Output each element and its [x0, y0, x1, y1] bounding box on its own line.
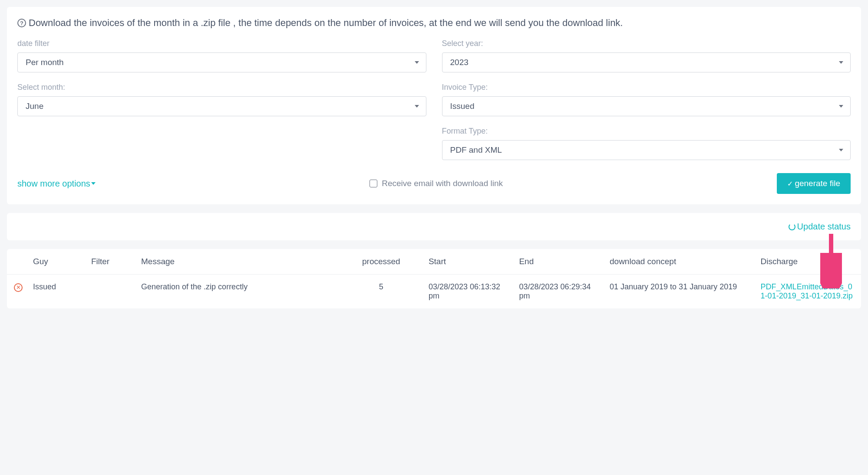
info-row: ? Download the invoices of the month in … [17, 17, 851, 29]
cell-guy: Issued [28, 275, 86, 309]
select-year-value: 2023 [450, 58, 469, 67]
format-type-label: Format Type: [442, 127, 851, 136]
email-checkbox[interactable] [370, 180, 377, 187]
select-year-select[interactable]: 2023 [442, 52, 851, 72]
status-card: Update status [7, 213, 861, 240]
date-filter-value: Per month [26, 58, 64, 67]
format-type-select[interactable]: PDF and XML [442, 140, 851, 160]
show-more-options-link[interactable]: show more options [17, 179, 96, 189]
table-row: ✕ Issued Generation of the .zip correctl… [7, 275, 861, 309]
th-concept: download concept [604, 249, 756, 275]
th-filter: Filter [86, 249, 136, 275]
show-more-label: show more options [17, 179, 90, 189]
select-month-field: Select month: June [17, 83, 426, 116]
cell-end: 03/28/2023 06:29:34 pm [514, 275, 604, 309]
format-type-field: Format Type: PDF and XML [442, 127, 851, 160]
th-start: Start [423, 249, 514, 275]
arrow-annotation-icon [820, 232, 842, 288]
th-blank [7, 249, 28, 275]
select-year-field: Select year: 2023 [442, 39, 851, 72]
refresh-icon [789, 223, 795, 230]
date-filter-label: date filter [17, 39, 426, 48]
update-status-label: Update status [797, 222, 851, 232]
filters-card: ? Download the invoices of the month in … [7, 7, 861, 204]
cell-start: 03/28/2023 06:13:32 pm [423, 275, 514, 309]
select-month-select[interactable]: June [17, 96, 426, 116]
cell-concept: 01 January 2019 to 31 January 2019 [604, 275, 756, 309]
select-year-label: Select year: [442, 39, 851, 48]
date-filter-select[interactable]: Per month [17, 52, 426, 72]
th-end: End [514, 249, 604, 275]
cell-processed: 5 [339, 275, 423, 309]
invoice-type-label: Invoice Type: [442, 83, 851, 92]
th-processed: processed [339, 249, 423, 275]
th-message: Message [136, 249, 339, 275]
info-text: Download the invoices of the month in a … [29, 17, 623, 29]
update-status-link[interactable]: Update status [789, 222, 851, 232]
email-checkbox-wrap[interactable]: Receive email with download link [370, 179, 503, 188]
bottom-row: show more options Receive email with dow… [17, 173, 851, 194]
date-filter-field: date filter Per month [17, 39, 426, 72]
select-month-label: Select month: [17, 83, 426, 92]
downloads-table: Guy Filter Message processed Start End d… [7, 249, 861, 308]
format-type-value: PDF and XML [450, 145, 502, 155]
invoice-type-value: Issued [450, 102, 475, 111]
invoice-type-select[interactable]: Issued [442, 96, 851, 116]
th-guy: Guy [28, 249, 86, 275]
help-icon: ? [17, 19, 26, 27]
th-discharge: Discharge [756, 249, 861, 275]
filters-grid: date filter Per month Select year: 2023 … [17, 39, 851, 160]
cell-filter [86, 275, 136, 309]
cell-message: Generation of the .zip correctly [136, 275, 339, 309]
select-month-value: June [26, 102, 43, 111]
remove-row-icon[interactable]: ✕ [14, 283, 23, 292]
generate-label: generate file [795, 179, 840, 188]
generate-file-button[interactable]: generate file [777, 173, 851, 194]
table-card: Guy Filter Message processed Start End d… [7, 249, 861, 308]
check-icon [787, 179, 793, 188]
caret-down-icon [91, 182, 96, 185]
email-checkbox-label: Receive email with download link [382, 179, 503, 188]
invoice-type-field: Invoice Type: Issued [442, 83, 851, 116]
